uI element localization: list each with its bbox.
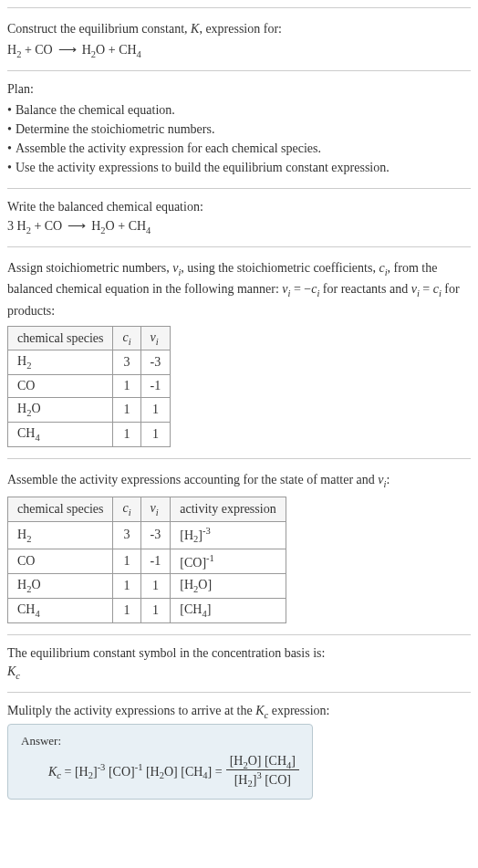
plan-item: •Determine the stoichiometric numbers.	[7, 120, 471, 139]
plan-item: •Use the activity expressions to build t…	[7, 158, 471, 177]
header-nui: νi	[140, 497, 171, 522]
superscript: -1	[206, 553, 214, 563]
cell-nui: 1	[140, 398, 171, 423]
subscript: 4	[137, 49, 141, 59]
cell-nui: -3	[140, 522, 171, 549]
table-row: CO 1 -1	[8, 375, 171, 398]
table-row: H2 3 -3 [H2]-3	[8, 522, 286, 549]
text: K	[255, 704, 264, 717]
plus: +	[21, 43, 35, 57]
text: H	[17, 578, 26, 591]
text: O	[31, 578, 40, 591]
subscript: 4	[35, 433, 39, 443]
answer-label: Answer:	[21, 734, 299, 748]
text: H	[17, 354, 26, 368]
species: CO	[45, 219, 62, 233]
answer-box: Answer: Kc = [H2]-3 [CO]-1 [H2O] [CH4] =…	[7, 724, 313, 800]
text: CO	[17, 379, 35, 392]
text: :	[386, 473, 390, 486]
kc-expression: Kc = [H2]-3 [CO]-1 [H2O] [CH4] = [H2O] […	[48, 754, 299, 790]
cell-ci: 3	[113, 350, 140, 375]
text: [H	[75, 765, 88, 779]
text: = −	[290, 282, 311, 296]
cell-nui: 1	[140, 599, 171, 623]
numerator: [H2O] [CH4]	[226, 754, 299, 771]
cell-species: CO	[8, 375, 113, 398]
stoich-table: chemical species ci νi H2 3 -3 CO 1 -1 H…	[7, 326, 171, 447]
species: O	[106, 219, 115, 233]
table-row: H2O 1 1 [H2O]	[8, 574, 286, 599]
text: [H	[180, 528, 193, 542]
species: O	[96, 43, 105, 57]
subscript: i	[129, 336, 131, 346]
subscript: 4	[146, 225, 151, 235]
subscript: i	[156, 507, 159, 518]
table-row: CO 1 -1 [CO]-1	[8, 549, 286, 574]
text: for reactants and	[319, 282, 410, 296]
cell-ci: 1	[113, 574, 140, 599]
k-symbol: K	[191, 22, 199, 36]
balanced-section: Write the balanced chemical equation: 3 …	[7, 188, 471, 246]
header-expr: activity expression	[171, 497, 286, 522]
table-header-row: chemical species ci νi activity expressi…	[8, 497, 286, 522]
cell-nui: -3	[140, 350, 171, 375]
cell-species: CH4	[8, 423, 113, 447]
subscript: i	[129, 507, 131, 518]
balanced-equation: 3 H2 + CO⟶H2O + CH4	[7, 218, 471, 235]
header-species: chemical species	[8, 326, 113, 350]
activity-text: Assemble the activity expressions accoun…	[7, 470, 471, 492]
plus: +	[31, 219, 45, 233]
text: expression:	[268, 704, 329, 717]
lhs: Kc = [H2]-3 [CO]-1 [H2O] [CH4] =	[48, 762, 223, 780]
plan-text: Balance the chemical equation.	[16, 103, 175, 117]
text: K	[48, 765, 57, 779]
text: O	[31, 402, 40, 415]
table-row: H2O 1 1	[8, 398, 171, 423]
text: [CO]	[262, 773, 291, 787]
cell-nui: 1	[140, 574, 171, 599]
cell-ci: 1	[113, 423, 140, 447]
superscript: -3	[203, 526, 211, 536]
plus: +	[105, 43, 119, 57]
cell-nui: -1	[140, 375, 171, 398]
cell-expr: [H2O]	[171, 574, 286, 599]
intro-section: Construct the equilibrium constant, K, e…	[7, 7, 471, 70]
plan-text: Use the activity expressions to build th…	[16, 161, 390, 174]
header-ci: ci	[113, 326, 140, 350]
kc-symbol: Kc	[7, 664, 471, 681]
cell-ci: 1	[113, 549, 140, 574]
text: [CH	[178, 765, 203, 779]
table-header-row: chemical species ci νi	[8, 326, 171, 350]
text: =	[420, 282, 433, 296]
coef: 3	[7, 219, 17, 233]
text: O] [CH	[248, 754, 286, 768]
symbol-text: The equilibrium constant symbol in the c…	[7, 646, 471, 661]
text: chemical species	[17, 331, 103, 345]
text: CO	[17, 554, 35, 568]
stoich-text: Assign stoichiometric numbers, νi, using…	[7, 258, 471, 320]
table-row: H2 3 -3	[8, 350, 171, 375]
species: H	[91, 219, 100, 233]
species: H	[82, 43, 91, 57]
text: Construct the equilibrium constant,	[7, 22, 191, 36]
plan-item: •Balance the chemical equation.	[7, 100, 471, 120]
species: CH	[129, 219, 146, 233]
denominator: [H2]3 [CO]	[226, 770, 299, 789]
plan-text: Assemble the activity expression for eac…	[16, 141, 321, 155]
text: K	[7, 664, 16, 678]
species: CH	[119, 43, 136, 57]
text: Assign stoichiometric numbers,	[7, 261, 172, 275]
cell-expr: [CO]-1	[171, 549, 286, 574]
text: Mulitply the activity expressions to arr…	[7, 704, 255, 717]
subscript: c	[16, 671, 20, 681]
cell-species: H2O	[8, 398, 113, 423]
text: H	[17, 402, 26, 415]
text: Assemble the activity expressions accoun…	[7, 473, 378, 486]
plan-item: •Assemble the activity expression for ea…	[7, 139, 471, 158]
balanced-label: Write the balanced chemical equation:	[7, 200, 471, 214]
plan-section: Plan: •Balance the chemical equation. •D…	[7, 70, 471, 188]
species: H	[17, 219, 26, 233]
fraction: [H2O] [CH4] [H2]3 [CO]	[226, 754, 299, 790]
table-row: CH4 1 1	[8, 423, 171, 447]
intro-prompt: Construct the equilibrium constant, K, e…	[7, 19, 471, 38]
